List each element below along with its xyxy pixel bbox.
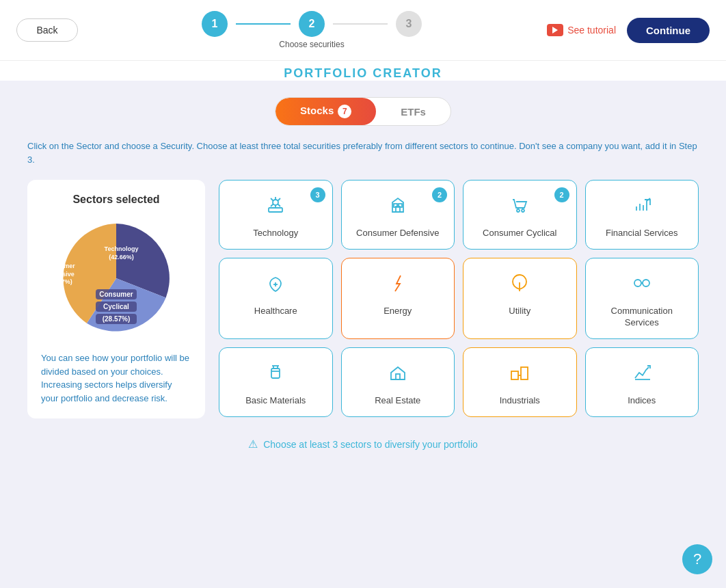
real-estate-icon — [387, 362, 409, 388]
svg-point-0 — [273, 200, 278, 205]
fab-button[interactable]: ? — [682, 544, 712, 574]
financial-services-icon — [631, 194, 653, 221]
back-button[interactable]: Back — [16, 18, 78, 42]
svg-rect-9 — [394, 204, 397, 207]
healthcare-icon — [265, 272, 286, 299]
sector-card-energy[interactable]: Energy — [341, 258, 455, 339]
svg-rect-29 — [521, 367, 528, 379]
warning-icon: ⚠ — [248, 438, 258, 451]
sector-name-real-estate: Real Estate — [375, 395, 420, 407]
svg-point-20 — [643, 280, 649, 286]
etfs-toggle[interactable]: ETFs — [376, 98, 451, 125]
main-content: Stocks7 ETFs Click on the Sector and cho… — [0, 81, 726, 467]
sector-name-consumer-cyclical: Consumer Cyclical — [483, 228, 556, 239]
sector-name-energy: Energy — [384, 306, 412, 317]
svg-rect-10 — [399, 204, 402, 207]
step-label: Choose securities — [279, 40, 344, 49]
step-1-circle: 1 — [202, 11, 228, 37]
sector-card-real-estate[interactable]: Real Estate — [341, 347, 455, 417]
svg-line-4 — [278, 198, 281, 201]
sector-card-utility[interactable]: Utility — [463, 258, 577, 339]
basic-materials-icon — [265, 362, 286, 388]
sector-card-industrials[interactable]: Industrials — [463, 347, 577, 417]
svg-point-19 — [634, 280, 641, 286]
sector-card-financial-services[interactable]: Financial Services — [585, 180, 699, 250]
sector-name-financial-services: Financial Services — [606, 228, 678, 239]
sector-card-technology[interactable]: Technology3 — [219, 180, 333, 250]
svg-line-3 — [271, 198, 273, 201]
stocks-toggle[interactable]: Stocks7 — [275, 98, 376, 125]
youtube-icon — [547, 24, 563, 36]
sector-badge-technology: 3 — [310, 187, 325, 202]
step-line-1 — [236, 23, 291, 25]
svg-point-11 — [517, 209, 520, 212]
svg-point-12 — [522, 209, 524, 212]
continue-button[interactable]: Continue — [627, 18, 710, 43]
bottom-note: ⚠ Choose at least 3 sectors to diversify… — [27, 438, 699, 451]
svg-line-6 — [278, 204, 281, 207]
sector-name-industrials: Industrials — [500, 395, 540, 407]
sectors-grid: Technology3 Consumer Defensive2 Consumer… — [219, 180, 699, 417]
sector-card-indices[interactable]: Indices — [585, 347, 699, 417]
sector-card-basic-materials[interactable]: Basic Materials — [219, 347, 333, 417]
sector-name-utility: Utility — [509, 306, 530, 317]
page-title: PORTFOLIO CREATOR — [0, 66, 726, 81]
energy-icon — [387, 272, 409, 299]
tutorial-link[interactable]: See tutorial — [547, 24, 616, 36]
sector-card-consumer-cyclical[interactable]: Consumer Cyclical2 — [463, 180, 577, 250]
sector-name-communication: Communication Services — [594, 306, 690, 329]
bottom-note-text: Choose at least 3 sectors to diversify y… — [263, 439, 478, 450]
step-line-2 — [333, 23, 388, 25]
tutorial-label: See tutorial — [567, 25, 616, 36]
industrials-icon — [509, 362, 530, 388]
sector-name-basic-materials: Basic Materials — [245, 395, 306, 407]
instruction-text: Click on the Sector and choose a Securit… — [27, 139, 699, 166]
sector-name-technology: Technology — [253, 228, 298, 239]
top-bar: Back 1 2 3 Choose securities See tutoria… — [0, 0, 726, 61]
communication-icon — [631, 272, 653, 299]
toggle-row: Stocks7 ETFs — [27, 97, 699, 126]
sector-card-healthcare[interactable]: Healthcare — [219, 258, 333, 339]
sector-badge-consumer-defensive: 2 — [432, 187, 447, 202]
content-row: Sectors selected — [27, 180, 699, 418]
svg-rect-7 — [269, 208, 282, 212]
svg-rect-28 — [511, 371, 518, 379]
sector-card-communication[interactable]: Communication Services — [585, 258, 699, 339]
step-2-circle: 2 — [299, 11, 325, 37]
svg-rect-22 — [271, 369, 280, 378]
utility-icon — [509, 272, 530, 299]
step-3-circle: 3 — [396, 11, 422, 37]
sectors-note: You can see how your portfolio will be d… — [41, 351, 191, 405]
sectors-panel-title: Sectors selected — [41, 193, 191, 206]
technology-icon — [265, 194, 286, 221]
sectors-panel: Sectors selected — [27, 180, 205, 418]
stocks-badge: 7 — [338, 105, 351, 118]
sector-badge-consumer-cyclical: 2 — [554, 187, 569, 202]
grid-area: Technology3 Consumer Defensive2 Consumer… — [219, 180, 699, 418]
svg-rect-27 — [396, 374, 400, 379]
sector-name-healthcare: Healthcare — [254, 306, 297, 317]
svg-line-5 — [271, 204, 273, 207]
consumer-defensive-icon — [387, 194, 409, 221]
toggle-container: Stocks7 ETFs — [275, 97, 451, 126]
indices-icon — [631, 362, 653, 388]
sector-name-consumer-defensive: Consumer Defensive — [356, 228, 439, 239]
consumer-cyclical-icon — [509, 194, 530, 221]
sector-card-consumer-defensive[interactable]: Consumer Defensive2 — [341, 180, 455, 250]
sector-name-indices: Indices — [628, 395, 656, 407]
